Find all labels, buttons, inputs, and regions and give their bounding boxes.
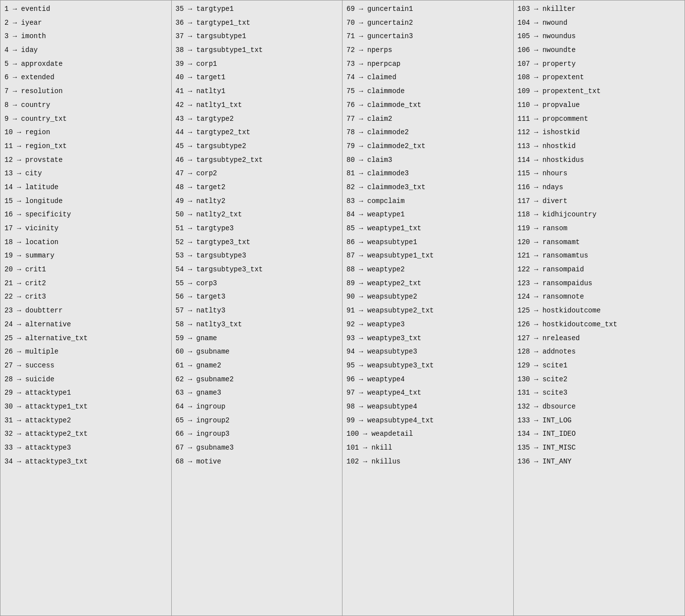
list-item: 91 → weapsubtype2_txt xyxy=(342,304,513,318)
list-item: 125 → hostkidoutcome xyxy=(514,304,685,318)
list-item: 101 → nkill xyxy=(342,441,513,455)
list-item: 80 → claim3 xyxy=(342,154,513,167)
list-item: 31 → attacktype2 xyxy=(0,414,171,428)
list-item: 106 → nwoundte xyxy=(514,44,685,57)
list-item: 110 → propvalue xyxy=(514,99,685,112)
list-item: 54 → targsubtype3_txt xyxy=(172,263,342,277)
column-3: 69 → guncertain170 → guncertain271 → gun… xyxy=(342,0,514,616)
list-item: 135 → INT_MISC xyxy=(514,441,685,455)
list-item: 131 → scite3 xyxy=(514,386,685,400)
list-item: 111 → propcomment xyxy=(514,112,685,126)
list-item: 6 → extended xyxy=(0,71,171,85)
list-item: 114 → nhostkidus xyxy=(514,154,685,167)
list-item: 32 → attacktype2_txt xyxy=(0,427,171,441)
list-item: 61 → gname2 xyxy=(172,359,342,373)
list-item: 21 → crit2 xyxy=(0,277,171,291)
list-item: 87 → weapsubtype1_txt xyxy=(342,249,513,263)
list-item: 39 → corp1 xyxy=(172,57,342,71)
list-item: 57 → natlty3 xyxy=(172,304,342,318)
list-item: 90 → weapsubtype2 xyxy=(342,290,513,304)
list-item: 1 → eventid xyxy=(0,2,171,16)
list-item: 105 → nwoundus xyxy=(514,30,685,44)
list-item: 28 → suicide xyxy=(0,373,171,387)
list-item: 136 → INT_ANY xyxy=(514,455,685,469)
list-item: 51 → targtype3 xyxy=(172,222,342,236)
data-table: 1 → eventid2 → iyear3 → imonth4 → iday5 … xyxy=(0,0,685,616)
list-item: 130 → scite2 xyxy=(514,373,685,387)
list-item: 76 → claimmode_txt xyxy=(342,99,513,112)
list-item: 132 → dbsource xyxy=(514,400,685,414)
list-item: 120 → ransomamt xyxy=(514,236,685,250)
list-item: 77 → claim2 xyxy=(342,112,513,126)
list-item: 62 → gsubname2 xyxy=(172,373,342,387)
list-item: 119 → ransom xyxy=(514,222,685,236)
list-item: 134 → INT_IDEO xyxy=(514,427,685,441)
list-item: 34 → attacktype3_txt xyxy=(0,455,171,469)
list-item: 2 → iyear xyxy=(0,16,171,30)
list-item: 38 → targsubtype1_txt xyxy=(172,44,342,57)
list-item: 16 → specificity xyxy=(0,208,171,222)
list-item: 96 → weaptype4 xyxy=(342,373,513,387)
list-item: 44 → targtype2_txt xyxy=(172,126,342,140)
list-item: 3 → imonth xyxy=(0,30,171,44)
list-item: 79 → claimmode2_txt xyxy=(342,140,513,154)
list-item: 14 → latitude xyxy=(0,181,171,195)
list-item: 107 → property xyxy=(514,57,685,71)
list-item: 117 → divert xyxy=(514,195,685,208)
list-item: 124 → ransomnote xyxy=(514,290,685,304)
list-item: 115 → nhours xyxy=(514,167,685,181)
list-item: 129 → scite1 xyxy=(514,359,685,373)
list-item: 33 → attacktype3 xyxy=(0,441,171,455)
list-item: 26 → multiple xyxy=(0,345,171,359)
list-item: 94 → weapsubtype3 xyxy=(342,345,513,359)
list-item: 92 → weaptype3 xyxy=(342,318,513,332)
list-item: 97 → weaptype4_txt xyxy=(342,386,513,400)
list-item: 64 → ingroup xyxy=(172,400,342,414)
list-item: 9 → country_txt xyxy=(0,112,171,126)
list-item: 20 → crit1 xyxy=(0,263,171,277)
list-item: 56 → target3 xyxy=(172,290,342,304)
list-item: 19 → summary xyxy=(0,249,171,263)
list-item: 133 → INT_LOG xyxy=(514,414,685,428)
list-item: 70 → guncertain2 xyxy=(342,16,513,30)
list-item: 29 → attacktype1 xyxy=(0,386,171,400)
list-item: 103 → nkillter xyxy=(514,2,685,16)
list-item: 71 → guncertain3 xyxy=(342,30,513,44)
list-item: 63 → gname3 xyxy=(172,386,342,400)
list-item: 78 → claimmode2 xyxy=(342,126,513,140)
list-item: 123 → ransompaidus xyxy=(514,277,685,291)
list-item: 43 → targtype2 xyxy=(172,112,342,126)
list-item: 126 → hostkidoutcome_txt xyxy=(514,318,685,332)
list-item: 45 → targsubtype2 xyxy=(172,140,342,154)
list-item: 89 → weaptype2_txt xyxy=(342,277,513,291)
list-item: 128 → addnotes xyxy=(514,345,685,359)
list-item: 99 → weapsubtype4_txt xyxy=(342,414,513,428)
list-item: 65 → ingroup2 xyxy=(172,414,342,428)
list-item: 113 → nhostkid xyxy=(514,140,685,154)
list-item: 50 → natlty2_txt xyxy=(172,208,342,222)
list-item: 49 → natlty2 xyxy=(172,195,342,208)
list-item: 67 → gsubname3 xyxy=(172,441,342,455)
list-item: 86 → weapsubtype1 xyxy=(342,236,513,250)
list-item: 24 → alternative xyxy=(0,318,171,332)
list-item: 68 → motive xyxy=(172,455,342,469)
list-item: 109 → propextent_txt xyxy=(514,85,685,99)
list-item: 69 → guncertain1 xyxy=(342,2,513,16)
list-item: 27 → success xyxy=(0,359,171,373)
list-item: 72 → nperps xyxy=(342,44,513,57)
list-item: 4 → iday xyxy=(0,44,171,57)
column-1: 1 → eventid2 → iyear3 → imonth4 → iday5 … xyxy=(0,0,172,616)
list-item: 42 → natlty1_txt xyxy=(172,99,342,112)
list-item: 23 → doubtterr xyxy=(0,304,171,318)
list-item: 100 → weapdetail xyxy=(342,427,513,441)
list-item: 11 → region_txt xyxy=(0,140,171,154)
list-item: 25 → alternative_txt xyxy=(0,332,171,346)
list-item: 74 → claimed xyxy=(342,71,513,85)
list-item: 55 → corp3 xyxy=(172,277,342,291)
list-item: 58 → natlty3_txt xyxy=(172,318,342,332)
list-item: 37 → targsubtype1 xyxy=(172,30,342,44)
list-item: 53 → targsubtype3 xyxy=(172,249,342,263)
list-item: 35 → targtype1 xyxy=(172,2,342,16)
list-item: 95 → weapsubtype3_txt xyxy=(342,359,513,373)
list-item: 127 → nreleased xyxy=(514,332,685,346)
